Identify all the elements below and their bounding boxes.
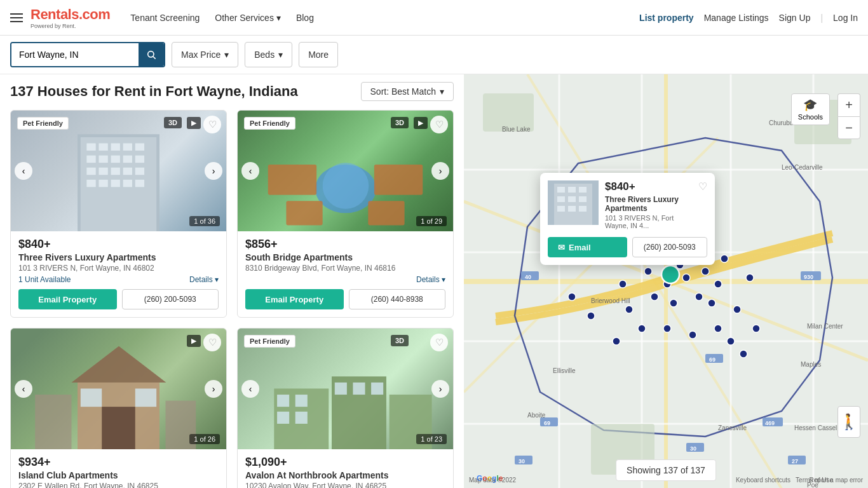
nav-right: List property Manage Listings Sign Up | … <box>639 13 858 23</box>
report-map-error-link[interactable]: Report a map error <box>810 477 863 484</box>
svg-text:Hessen Cassel: Hessen Cassel <box>794 424 837 431</box>
card-prev-4[interactable]: ‹ <box>241 380 259 398</box>
card-image-3: ▶ ♡ ‹ › 1 of 26 <box>11 329 226 449</box>
property-card-1[interactable]: Pet Friendly 3D ▶ ♡ ‹ › 1 of 36 $840+ Th… <box>10 110 227 318</box>
main-content: 137 Houses for Rent in Fort Wayne, India… <box>0 74 868 488</box>
nav-blog[interactable]: Blog <box>296 13 314 23</box>
email-property-button-1[interactable]: Email Property <box>18 289 117 309</box>
card-availability-2: Details ▾ <box>245 275 445 284</box>
map-zoom-controls: + − <box>837 93 860 139</box>
svg-rect-7 <box>123 144 132 151</box>
svg-rect-134 <box>557 206 565 212</box>
card-next-3[interactable]: › <box>205 380 222 398</box>
svg-marker-30 <box>71 346 166 383</box>
svg-text:Blue Lake: Blue Lake <box>502 126 531 133</box>
listings-panel: 137 Houses for Rent in Fort Wayne, India… <box>0 74 464 488</box>
svg-rect-29 <box>368 201 404 225</box>
details-link-1[interactable]: Details ▾ <box>189 275 219 284</box>
card-address-4: 10230 Avalon Way, Fort Wayne, IN 46825 <box>245 482 445 488</box>
map-attribution: Map data ©2022 <box>469 477 516 484</box>
nav-manage-listings[interactable]: Manage Listings <box>704 13 769 23</box>
card-next-2[interactable]: › <box>431 162 449 180</box>
card-prev-3[interactable]: ‹ <box>15 380 32 398</box>
envelope-icon: ✉ <box>558 243 565 252</box>
favorite-button-3[interactable]: ♡ <box>203 334 221 351</box>
nav-tenant-screening[interactable]: Tenant Screening <box>130 13 200 23</box>
card-prev-1[interactable]: ‹ <box>15 162 32 180</box>
svg-point-25 <box>323 163 369 209</box>
phone-button-2[interactable]: (260) 440-8938 <box>349 289 446 309</box>
card-address-3: 2302 E Wallen Rd, Fort Wayne, IN 46825 <box>18 482 219 488</box>
chevron-down-icon: ▾ <box>224 50 229 60</box>
popup-phone-button[interactable]: (260) 200-5093 <box>632 237 708 257</box>
3d-badge: 3D <box>164 117 182 128</box>
svg-rect-136 <box>579 206 587 212</box>
favorite-button-1[interactable]: ♡ <box>203 116 221 133</box>
svg-rect-130 <box>579 187 587 193</box>
svg-rect-18 <box>135 168 144 175</box>
svg-rect-33 <box>81 389 102 407</box>
header: Rentals.com Powered by Rent. Tenant Scre… <box>0 0 868 36</box>
svg-point-80 <box>625 306 633 313</box>
more-filters[interactable]: More <box>299 42 338 67</box>
svg-point-79 <box>619 280 627 288</box>
svg-point-69 <box>682 274 690 281</box>
card-price-4: $1,090+ <box>245 456 445 469</box>
svg-rect-23 <box>135 180 144 187</box>
card-address-1: 101 3 RIVERS N, Fort Wayne, IN 46802 <box>18 264 219 273</box>
phone-button-1[interactable]: (260) 200-5093 <box>122 289 219 309</box>
svg-point-86 <box>727 337 735 345</box>
nav-log-in[interactable]: Log In <box>833 13 858 23</box>
popup-email-button[interactable]: ✉ Email <box>548 237 627 257</box>
search-button[interactable] <box>139 43 164 66</box>
card-body-2: $856+ South Bridge Apartments 8310 Bridg… <box>238 231 453 317</box>
svg-point-67 <box>644 268 652 275</box>
search-bar: Max Price ▾ Beds ▾ More <box>0 36 868 74</box>
svg-point-93 <box>661 266 679 283</box>
svg-point-78 <box>721 255 728 262</box>
schools-button[interactable]: 🎓 Schools <box>791 93 830 125</box>
svg-rect-43 <box>295 412 308 424</box>
details-link-2[interactable]: Details ▾ <box>416 275 445 284</box>
svg-rect-4 <box>86 144 95 151</box>
pet-friendly-badge-2: Pet Friendly <box>244 117 295 130</box>
favorite-button-4[interactable]: ♡ <box>430 334 448 351</box>
svg-rect-15 <box>98 168 107 175</box>
nav-list-property[interactable]: List property <box>639 13 694 23</box>
card-next-1[interactable]: › <box>205 162 222 180</box>
map-counter: Showing 137 of 137 <box>616 459 716 481</box>
svg-rect-21 <box>111 180 120 187</box>
nav-sign-up[interactable]: Sign Up <box>779 13 811 23</box>
property-card-3[interactable]: ▶ ♡ ‹ › 1 of 26 $934+ Island Club Apartm… <box>10 328 227 488</box>
zoom-in-button[interactable]: + <box>837 93 860 116</box>
nav-other-services[interactable]: Other Services ▾ <box>215 13 281 23</box>
favorite-button-2[interactable]: ♡ <box>430 116 448 133</box>
streetview-button[interactable]: 🚶 <box>837 406 860 438</box>
card-name-4: Avalon At Northbrook Apartments <box>245 470 445 480</box>
keyboard-shortcuts-link[interactable]: Keyboard shortcuts <box>736 477 790 484</box>
svg-rect-26 <box>268 165 316 195</box>
card-image-2: Pet Friendly 3D ▶ ♡ ‹ › 1 of 29 <box>238 111 453 231</box>
card-next-4[interactable]: › <box>431 380 449 398</box>
hamburger-menu[interactable] <box>10 13 23 22</box>
svg-point-81 <box>638 325 646 332</box>
chevron-down-icon: ▾ <box>440 86 444 97</box>
zoom-out-button[interactable]: − <box>837 116 860 139</box>
svg-text:40: 40 <box>525 274 531 280</box>
sort-button[interactable]: Sort: Best Match ▾ <box>361 82 454 101</box>
beds-filter[interactable]: Beds ▾ <box>245 42 292 67</box>
popup-name: Three Rivers Luxury Apartments <box>605 195 692 213</box>
max-price-filter[interactable]: Max Price ▾ <box>172 42 238 67</box>
email-property-button-2[interactable]: Email Property <box>245 289 344 309</box>
popup-actions: ✉ Email (260) 200-5093 <box>540 237 715 265</box>
svg-rect-5 <box>98 144 107 151</box>
search-input[interactable] <box>11 43 139 66</box>
svg-point-75 <box>695 293 703 301</box>
svg-text:69: 69 <box>709 356 715 363</box>
popup-favorite-button[interactable]: ♡ <box>698 180 707 193</box>
card-prev-2[interactable]: ‹ <box>241 162 259 180</box>
image-count-2: 1 of 29 <box>416 216 447 226</box>
property-card-2[interactable]: Pet Friendly 3D ▶ ♡ ‹ › 1 of 29 $856+ So… <box>237 110 454 318</box>
logo[interactable]: Rentals.com Powered by Rent. <box>31 6 110 29</box>
property-card-4[interactable]: Pet Friendly 3D ♡ ‹ › 1 of 23 $1,090+ Av… <box>237 328 454 488</box>
